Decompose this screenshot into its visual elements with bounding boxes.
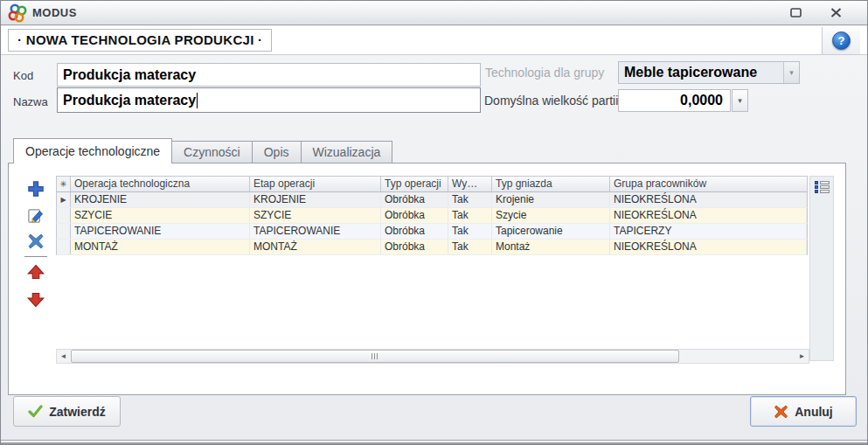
technologia-dla-grupy-label: Technologia dla grupy bbox=[485, 66, 604, 80]
confirm-button[interactable]: Zatwierdź bbox=[13, 396, 121, 427]
grid-cell: KROJENIE bbox=[71, 192, 250, 207]
tab-strip: Operacje technologiczne Czynności Opis W… bbox=[13, 138, 392, 163]
grid-cell: Tak bbox=[448, 224, 492, 239]
close-button[interactable] bbox=[827, 5, 844, 21]
grid-header-row: ✳ Operacja technologiczna Etap operacji … bbox=[56, 176, 808, 192]
window-controls bbox=[787, 5, 860, 21]
nazwa-input[interactable]: Produkcja materacy bbox=[57, 87, 481, 113]
grid-cell: Obróbka bbox=[381, 192, 448, 207]
grid-cell: NIEOKREŚLONA bbox=[610, 240, 807, 254]
grid-cell: Tak bbox=[448, 192, 492, 207]
grid-cell: Szycie bbox=[492, 208, 610, 223]
column-header-wy[interactable]: Wy… bbox=[448, 177, 492, 191]
minimize-button[interactable] bbox=[787, 5, 804, 21]
grid-cell: Tak bbox=[448, 208, 492, 223]
tab-operacje-technologiczne[interactable]: Operacje technologiczne bbox=[13, 138, 172, 163]
scroll-left-button[interactable]: ◄ bbox=[57, 350, 70, 363]
move-up-icon bbox=[27, 264, 45, 280]
grid-cell: Krojenie bbox=[492, 192, 610, 207]
delete-row-button[interactable] bbox=[24, 230, 47, 253]
grid-cell: NIEOKREŚLONA bbox=[610, 208, 807, 223]
grid-cell: Tak bbox=[448, 240, 492, 254]
chevron-down-icon: ▾ bbox=[738, 96, 742, 105]
kod-value: Produkcja materacy bbox=[63, 67, 196, 83]
current-row-indicator: ▶ bbox=[57, 192, 71, 207]
scroll-right-button[interactable]: ► bbox=[795, 350, 809, 363]
nazwa-label: Nazwa bbox=[13, 95, 48, 108]
table-row[interactable]: ▶ KROJENIE KROJENIE Obróbka Tak Krojenie… bbox=[56, 192, 808, 208]
grid-cell: Obróbka bbox=[381, 224, 448, 239]
add-icon bbox=[27, 180, 45, 198]
scroll-right-icon: ► bbox=[799, 352, 806, 360]
toolbar-divider bbox=[24, 256, 47, 257]
grid-toolbar bbox=[23, 177, 49, 311]
window-frame-edge bbox=[1, 440, 867, 444]
technologia-dla-grupy-value: Meble tapicerowane bbox=[619, 62, 783, 83]
grid-cell: MONTAŻ bbox=[71, 240, 250, 254]
partia-label: Domyślna wielkość partii bbox=[484, 94, 618, 108]
table-row[interactable]: MONTAŻ MONTAŻ Obróbka Tak Montaż NIEOKRE… bbox=[56, 240, 808, 255]
grid-cell: TAPICEROWANIE bbox=[250, 224, 381, 239]
kod-input[interactable]: Produkcja materacy bbox=[57, 63, 481, 87]
move-down-icon bbox=[27, 292, 45, 308]
grid-cell: TAPICEROWANIE bbox=[71, 224, 250, 239]
help-button[interactable]: ? bbox=[822, 27, 860, 54]
row-indicator bbox=[57, 208, 71, 223]
add-row-button[interactable] bbox=[24, 177, 47, 200]
table-row[interactable]: SZYCIE SZYCIE Obróbka Tak Szycie NIEOKRE… bbox=[56, 208, 808, 224]
row-indicator bbox=[57, 240, 71, 254]
horizontal-scrollbar[interactable]: ◄ ► bbox=[56, 349, 809, 364]
chevron-down-icon: ▾ bbox=[783, 62, 799, 83]
scrollbar-grip-icon bbox=[372, 353, 379, 359]
row-indicator-header: ✳ bbox=[57, 177, 71, 191]
text-caret bbox=[197, 93, 198, 108]
close-icon bbox=[830, 8, 842, 17]
scroll-left-icon: ◄ bbox=[60, 352, 67, 360]
app-title: MODUS bbox=[32, 6, 77, 19]
grid-cell: Obróbka bbox=[381, 208, 448, 223]
tab-wizualizacja[interactable]: Wizualizacja bbox=[302, 141, 393, 163]
tab-content-panel: ✳ Operacja technologiczna Etap operacji … bbox=[8, 163, 846, 395]
partia-input[interactable]: 0,0000 bbox=[618, 89, 731, 112]
move-down-button[interactable] bbox=[24, 289, 47, 311]
scrollbar-track[interactable] bbox=[70, 350, 795, 363]
row-indicator bbox=[57, 224, 71, 239]
grid-cell: TAPICERZY bbox=[610, 224, 807, 239]
operations-grid: ✳ Operacja technologiczna Etap operacji … bbox=[56, 176, 808, 255]
column-header-grupa-pracownikow[interactable]: Grupa pracowników bbox=[610, 177, 807, 191]
column-header-typ-gniazda[interactable]: Typ gniazda bbox=[492, 177, 610, 191]
edit-row-button[interactable] bbox=[24, 204, 47, 226]
nazwa-value: Produkcja materacy bbox=[63, 93, 196, 108]
page-title: · NOWA TECHNOLOGIA PRODUKCJI · bbox=[8, 29, 272, 52]
tab-opis[interactable]: Opis bbox=[253, 141, 302, 163]
grid-cell: Montaż bbox=[492, 240, 610, 254]
tab-czynnosci[interactable]: Czynności bbox=[172, 141, 253, 163]
technologia-dla-grupy-select[interactable]: Meble tapicerowane ▾ bbox=[618, 61, 800, 84]
confirm-label: Zatwierdź bbox=[49, 405, 106, 419]
scrollbar-thumb[interactable] bbox=[71, 350, 679, 363]
edit-icon bbox=[27, 206, 45, 224]
table-row[interactable]: TAPICEROWANIE TAPICEROWANIE Obróbka Tak … bbox=[56, 224, 808, 240]
move-up-button[interactable] bbox=[24, 261, 47, 283]
help-icon: ? bbox=[832, 31, 851, 50]
partia-dropdown-button[interactable]: ▾ bbox=[732, 89, 748, 112]
column-chooser-icon bbox=[815, 181, 830, 193]
check-icon bbox=[28, 405, 43, 418]
form-area: Kod Produkcja materacy Nazwa Produkcja m… bbox=[1, 55, 867, 136]
grid-right-gutter bbox=[809, 176, 834, 361]
column-header-typ-operacji[interactable]: Typ operacji bbox=[381, 177, 448, 191]
column-chooser-button[interactable] bbox=[813, 178, 830, 196]
form-banner: · NOWA TECHNOLOGIA PRODUKCJI · ? bbox=[1, 26, 867, 55]
cancel-button[interactable]: Anuluj bbox=[750, 396, 857, 427]
grid-cell: KROJENIE bbox=[250, 192, 381, 207]
modus-logo-icon bbox=[8, 3, 29, 24]
cancel-x-icon bbox=[774, 405, 788, 419]
grid-cell: SZYCIE bbox=[71, 208, 250, 223]
kod-label: Kod bbox=[13, 69, 33, 82]
grid-cell: Obróbka bbox=[381, 240, 448, 254]
delete-icon bbox=[28, 233, 44, 249]
column-header-etap[interactable]: Etap operacji bbox=[250, 177, 381, 191]
column-header-operacja[interactable]: Operacja technologiczna bbox=[71, 177, 250, 191]
grid-cell: NIEOKREŚLONA bbox=[610, 192, 807, 207]
partia-value: 0,0000 bbox=[680, 93, 723, 108]
